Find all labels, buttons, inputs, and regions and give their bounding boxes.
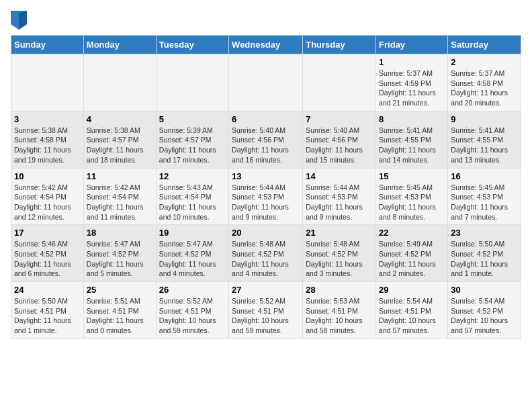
calendar-week-row: 3Sunrise: 5:38 AM Sunset: 4:58 PM Daylig… [11, 111, 521, 168]
day-number: 17 [14, 228, 81, 238]
day-number: 18 [87, 228, 153, 238]
day-info: Sunrise: 5:54 AM Sunset: 4:52 PM Dayligh… [451, 296, 518, 336]
day-number: 15 [379, 171, 445, 181]
calendar-cell: 15Sunrise: 5:45 AM Sunset: 4:53 PM Dayli… [376, 168, 448, 225]
day-info: Sunrise: 5:45 AM Sunset: 4:53 PM Dayligh… [379, 183, 445, 222]
calendar-week-row: 10Sunrise: 5:42 AM Sunset: 4:54 PM Dayli… [11, 168, 521, 225]
day-info: Sunrise: 5:37 AM Sunset: 4:59 PM Dayligh… [379, 68, 445, 108]
day-number: 2 [451, 57, 518, 67]
day-info: Sunrise: 5:52 AM Sunset: 4:51 PM Dayligh… [159, 296, 226, 336]
day-number: 30 [451, 285, 518, 295]
calendar-cell: 27Sunrise: 5:52 AM Sunset: 4:51 PM Dayli… [229, 282, 303, 339]
calendar-cell: 8Sunrise: 5:41 AM Sunset: 4:55 PM Daylig… [376, 111, 448, 168]
calendar-cell: 13Sunrise: 5:44 AM Sunset: 4:53 PM Dayli… [229, 168, 303, 225]
day-info: Sunrise: 5:48 AM Sunset: 4:52 PM Dayligh… [306, 239, 373, 279]
column-header-friday: Friday [376, 36, 448, 54]
logo [11, 11, 30, 30]
calendar-cell: 12Sunrise: 5:43 AM Sunset: 4:54 PM Dayli… [156, 168, 228, 225]
column-header-monday: Monday [83, 36, 156, 54]
day-info: Sunrise: 5:45 AM Sunset: 4:53 PM Dayligh… [451, 183, 518, 222]
day-info: Sunrise: 5:42 AM Sunset: 4:54 PM Dayligh… [87, 183, 153, 222]
calendar-cell: 4Sunrise: 5:38 AM Sunset: 4:57 PM Daylig… [83, 111, 156, 168]
day-number: 3 [14, 114, 81, 124]
logo-icon [11, 11, 27, 30]
calendar-cell: 9Sunrise: 5:41 AM Sunset: 4:55 PM Daylig… [448, 111, 521, 168]
day-number: 28 [306, 285, 373, 295]
column-header-saturday: Saturday [448, 36, 521, 54]
calendar-cell: 23Sunrise: 5:50 AM Sunset: 4:52 PM Dayli… [448, 225, 521, 282]
day-info: Sunrise: 5:52 AM Sunset: 4:51 PM Dayligh… [232, 296, 300, 336]
day-number: 9 [451, 114, 518, 124]
day-info: Sunrise: 5:53 AM Sunset: 4:51 PM Dayligh… [306, 296, 373, 336]
column-header-sunday: Sunday [11, 36, 84, 54]
page-header [11, 11, 521, 30]
day-number: 12 [159, 171, 226, 181]
calendar-cell: 17Sunrise: 5:46 AM Sunset: 4:52 PM Dayli… [11, 225, 84, 282]
svg-marker-1 [19, 11, 27, 30]
day-info: Sunrise: 5:40 AM Sunset: 4:56 PM Dayligh… [232, 126, 300, 165]
day-info: Sunrise: 5:42 AM Sunset: 4:54 PM Dayligh… [14, 183, 81, 222]
column-header-thursday: Thursday [303, 36, 376, 54]
calendar-week-row: 1Sunrise: 5:37 AM Sunset: 4:59 PM Daylig… [11, 54, 521, 111]
day-number: 23 [451, 228, 518, 238]
day-number: 29 [379, 285, 445, 295]
day-info: Sunrise: 5:46 AM Sunset: 4:52 PM Dayligh… [14, 239, 81, 279]
day-info: Sunrise: 5:54 AM Sunset: 4:51 PM Dayligh… [379, 296, 445, 336]
calendar-cell: 5Sunrise: 5:39 AM Sunset: 4:57 PM Daylig… [156, 111, 228, 168]
day-info: Sunrise: 5:38 AM Sunset: 4:58 PM Dayligh… [14, 126, 81, 165]
column-header-tuesday: Tuesday [156, 36, 228, 54]
calendar-cell: 1Sunrise: 5:37 AM Sunset: 4:59 PM Daylig… [376, 54, 448, 111]
day-number: 5 [159, 114, 226, 124]
calendar-header-row: SundayMondayTuesdayWednesdayThursdayFrid… [11, 36, 521, 54]
calendar-cell [156, 54, 228, 111]
day-number: 24 [14, 285, 81, 295]
calendar-week-row: 24Sunrise: 5:50 AM Sunset: 4:51 PM Dayli… [11, 282, 521, 339]
day-info: Sunrise: 5:48 AM Sunset: 4:52 PM Dayligh… [232, 239, 300, 279]
calendar-cell: 14Sunrise: 5:44 AM Sunset: 4:53 PM Dayli… [303, 168, 376, 225]
calendar-cell: 22Sunrise: 5:49 AM Sunset: 4:52 PM Dayli… [376, 225, 448, 282]
day-number: 14 [306, 171, 373, 181]
calendar-cell: 28Sunrise: 5:53 AM Sunset: 4:51 PM Dayli… [303, 282, 376, 339]
day-number: 21 [306, 228, 373, 238]
day-info: Sunrise: 5:47 AM Sunset: 4:52 PM Dayligh… [87, 239, 153, 279]
day-number: 16 [451, 171, 518, 181]
day-info: Sunrise: 5:40 AM Sunset: 4:56 PM Dayligh… [306, 126, 373, 165]
day-number: 1 [379, 57, 445, 67]
day-info: Sunrise: 5:50 AM Sunset: 4:52 PM Dayligh… [451, 239, 518, 279]
day-number: 8 [379, 114, 445, 124]
calendar-cell: 20Sunrise: 5:48 AM Sunset: 4:52 PM Dayli… [229, 225, 303, 282]
calendar-cell: 18Sunrise: 5:47 AM Sunset: 4:52 PM Dayli… [83, 225, 156, 282]
day-info: Sunrise: 5:44 AM Sunset: 4:53 PM Dayligh… [232, 183, 300, 222]
day-number: 25 [87, 285, 153, 295]
day-info: Sunrise: 5:50 AM Sunset: 4:51 PM Dayligh… [14, 296, 81, 336]
day-number: 6 [232, 114, 300, 124]
calendar-week-row: 17Sunrise: 5:46 AM Sunset: 4:52 PM Dayli… [11, 225, 521, 282]
column-header-wednesday: Wednesday [229, 36, 303, 54]
day-info: Sunrise: 5:49 AM Sunset: 4:52 PM Dayligh… [379, 239, 445, 279]
day-info: Sunrise: 5:43 AM Sunset: 4:54 PM Dayligh… [159, 183, 226, 222]
calendar-cell: 2Sunrise: 5:37 AM Sunset: 4:58 PM Daylig… [448, 54, 521, 111]
day-number: 27 [232, 285, 300, 295]
calendar-cell: 21Sunrise: 5:48 AM Sunset: 4:52 PM Dayli… [303, 225, 376, 282]
day-info: Sunrise: 5:44 AM Sunset: 4:53 PM Dayligh… [306, 183, 373, 222]
calendar-cell: 11Sunrise: 5:42 AM Sunset: 4:54 PM Dayli… [83, 168, 156, 225]
day-number: 10 [14, 171, 81, 181]
calendar-cell: 6Sunrise: 5:40 AM Sunset: 4:56 PM Daylig… [229, 111, 303, 168]
calendar-cell: 24Sunrise: 5:50 AM Sunset: 4:51 PM Dayli… [11, 282, 84, 339]
calendar-cell [229, 54, 303, 111]
calendar-cell: 16Sunrise: 5:45 AM Sunset: 4:53 PM Dayli… [448, 168, 521, 225]
calendar-cell: 3Sunrise: 5:38 AM Sunset: 4:58 PM Daylig… [11, 111, 84, 168]
calendar-cell: 30Sunrise: 5:54 AM Sunset: 4:52 PM Dayli… [448, 282, 521, 339]
calendar-cell: 10Sunrise: 5:42 AM Sunset: 4:54 PM Dayli… [11, 168, 84, 225]
day-number: 13 [232, 171, 300, 181]
day-number: 7 [306, 114, 373, 124]
calendar-cell: 7Sunrise: 5:40 AM Sunset: 4:56 PM Daylig… [303, 111, 376, 168]
day-info: Sunrise: 5:47 AM Sunset: 4:52 PM Dayligh… [159, 239, 226, 279]
day-number: 26 [159, 285, 226, 295]
calendar-cell [83, 54, 156, 111]
day-info: Sunrise: 5:51 AM Sunset: 4:51 PM Dayligh… [87, 296, 153, 336]
day-info: Sunrise: 5:39 AM Sunset: 4:57 PM Dayligh… [159, 126, 226, 165]
day-info: Sunrise: 5:37 AM Sunset: 4:58 PM Dayligh… [451, 68, 518, 108]
day-number: 22 [379, 228, 445, 238]
calendar-cell [11, 54, 84, 111]
